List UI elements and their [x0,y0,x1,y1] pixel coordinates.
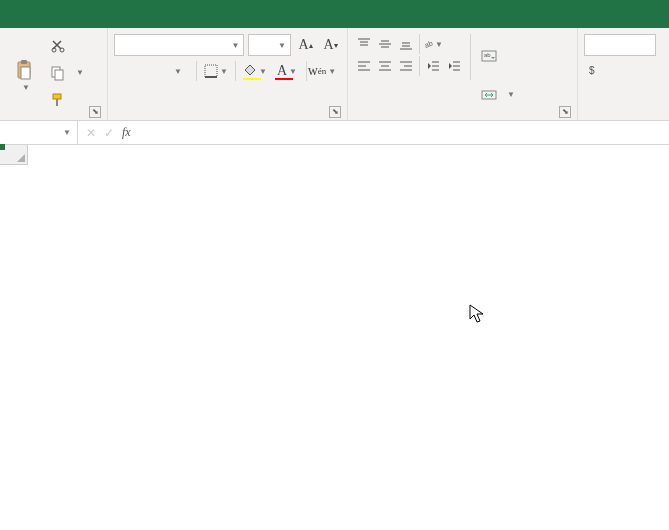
svg-text:ab: ab [423,39,433,50]
align-left-button[interactable] [354,56,374,76]
number-format-combo[interactable] [584,34,656,56]
borders-button[interactable]: ▼ [201,60,231,82]
fx-icon[interactable]: fx [122,125,131,140]
font-name-combo[interactable]: ▼ [114,34,244,56]
cursor-icon [469,304,485,324]
increase-indent-button[interactable] [444,56,464,76]
italic-button[interactable] [138,60,160,82]
font-color-button[interactable]: A▼ [272,60,302,82]
bold-button[interactable] [114,60,136,82]
select-all-corner[interactable] [0,145,28,165]
dialog-launcher-icon[interactable]: ⬊ [559,106,571,118]
phonetic-guide-button[interactable]: wén▼ [311,60,333,82]
copy-button[interactable]: ▼ [48,62,86,84]
chevron-down-icon: ▼ [22,83,30,92]
decrease-font-icon[interactable]: A▾ [320,34,341,56]
ribbon-tabs [0,0,669,28]
svg-point-4 [60,48,64,52]
increase-font-icon[interactable]: A▴ [295,34,316,56]
font-size-combo[interactable]: ▼ [248,34,291,56]
align-bottom-button[interactable] [396,34,416,54]
svg-text:ab: ab [484,52,491,58]
svg-rect-2 [21,67,30,79]
format-painter-button[interactable] [48,89,86,111]
dialog-launcher-icon[interactable]: ⬊ [89,106,101,118]
worksheet-grid[interactable] [0,145,669,530]
paste-button[interactable]: ▼ [6,30,44,116]
cancel-icon[interactable]: ✕ [86,126,96,140]
ribbon: ▼ ▼ ⬊ ▼ ▼ [0,28,669,121]
svg-rect-6 [55,70,63,80]
svg-rect-8 [56,99,58,106]
enter-icon[interactable]: ✓ [104,126,114,140]
orientation-button[interactable]: ab▼ [423,34,443,54]
svg-rect-7 [53,94,61,99]
align-middle-button[interactable] [375,34,395,54]
cut-button[interactable] [48,35,86,57]
svg-text:$: $ [589,65,595,76]
decrease-indent-button[interactable] [423,56,443,76]
underline-button[interactable]: ▼ [162,60,192,82]
svg-rect-9 [205,65,217,77]
align-right-button[interactable] [396,56,416,76]
formula-bar-row: ▼ ✕ ✓ fx [0,121,669,145]
dialog-launcher-icon[interactable]: ⬊ [329,106,341,118]
align-top-button[interactable] [354,34,374,54]
wrap-text-button[interactable]: ab [479,45,517,67]
accounting-format-button[interactable]: $ [584,60,604,80]
align-center-button[interactable] [375,56,395,76]
svg-rect-1 [21,60,27,64]
merge-center-button[interactable]: ▼ [479,84,517,106]
fill-color-button[interactable]: ▼ [240,60,270,82]
name-box[interactable]: ▼ [0,121,78,144]
